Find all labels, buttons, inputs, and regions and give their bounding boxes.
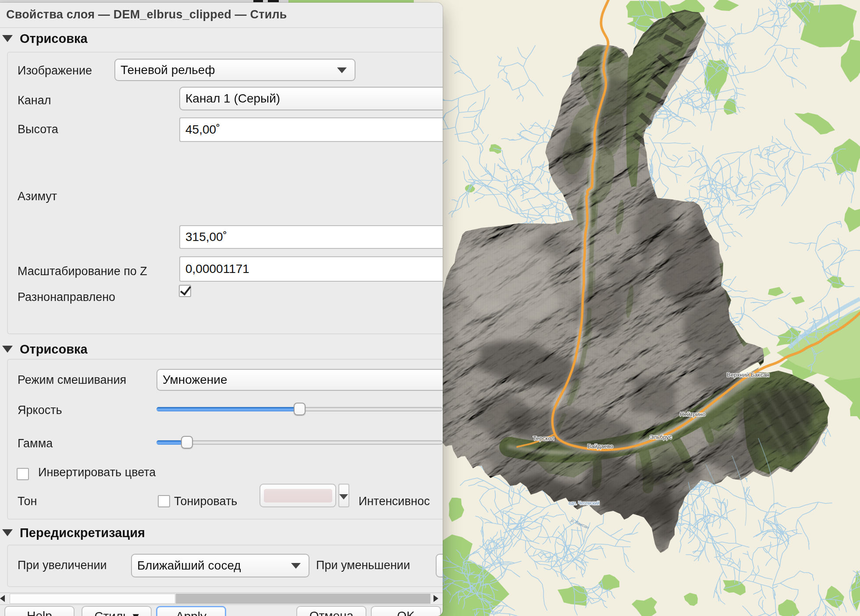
svg-text:Верхний Баксан: Верхний Баксан: [727, 372, 769, 378]
svg-text:Нейтрино: Нейтрино: [680, 411, 706, 418]
svg-text:Эльбрус: Эльбрус: [650, 434, 672, 440]
svg-text:Байдаево: Байдаево: [587, 443, 613, 450]
svg-text:вдп. Чегемский: вдп. Чегемский: [569, 501, 600, 506]
svg-text:Терскол: Терскол: [533, 435, 554, 442]
